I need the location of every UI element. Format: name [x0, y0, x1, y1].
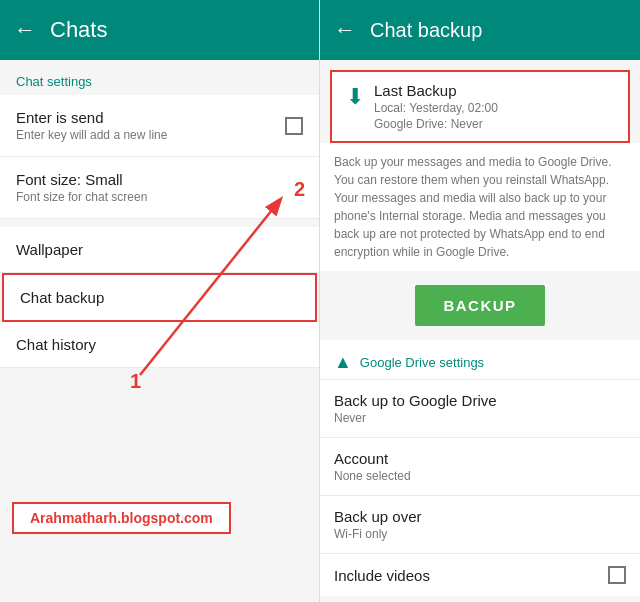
right-back-button[interactable]: ←	[334, 17, 356, 43]
chat-settings-section-label: Chat settings	[0, 60, 319, 95]
enter-is-send-title: Enter is send	[16, 109, 167, 126]
chat-history-item[interactable]: Chat history	[0, 322, 319, 368]
include-videos-title: Include videos	[334, 567, 430, 584]
last-backup-local: Local: Yesterday, 02:00	[374, 101, 498, 115]
backup-cloud-icon: ⬇	[346, 84, 364, 110]
font-size-content: Font size: Small Font size for chat scre…	[16, 171, 147, 204]
account-title: Account	[334, 450, 626, 467]
last-backup-card: ⬇ Last Backup Local: Yesterday, 02:00 Go…	[330, 70, 630, 143]
backup-info: Last Backup Local: Yesterday, 02:00 Goog…	[374, 82, 498, 131]
right-title: Chat backup	[370, 19, 482, 42]
font-size-title: Font size: Small	[16, 171, 147, 188]
chat-backup-item[interactable]: Chat backup	[2, 273, 317, 322]
backup-description: Back up your messages and media to Googl…	[320, 143, 640, 271]
enter-is-send-subtitle: Enter key will add a new line	[16, 128, 167, 142]
gdrive-icon: ▲	[334, 352, 352, 373]
divider-1	[0, 219, 319, 227]
backup-to-gdrive-subtitle: Never	[334, 411, 626, 425]
wallpaper-title: Wallpaper	[16, 241, 83, 258]
font-size-subtitle: Font size for chat screen	[16, 190, 147, 204]
right-panel: ← Chat backup ⬇ Last Backup Local: Yeste…	[320, 0, 640, 602]
last-backup-title: Last Backup	[374, 82, 498, 99]
gdrive-header: ▲ Google Drive settings	[320, 340, 640, 379]
left-header: ← Chats	[0, 0, 319, 60]
enter-is-send-item[interactable]: Enter is send Enter key will add a new l…	[0, 95, 319, 157]
left-back-button[interactable]: ←	[14, 17, 36, 43]
enter-is-send-checkbox[interactable]	[285, 117, 303, 135]
include-videos-item[interactable]: Include videos	[320, 553, 640, 596]
backup-to-gdrive-title: Back up to Google Drive	[334, 392, 626, 409]
wallpaper-item[interactable]: Wallpaper	[0, 227, 319, 273]
blog-badge: Arahmatharh.blogspot.com	[12, 502, 231, 534]
backup-over-title: Back up over	[334, 508, 626, 525]
font-size-item[interactable]: Font size: Small Font size for chat scre…	[0, 157, 319, 219]
include-videos-checkbox[interactable]	[608, 566, 626, 584]
chat-history-content: Chat history	[16, 336, 96, 353]
right-header: ← Chat backup	[320, 0, 640, 60]
backup-over-item[interactable]: Back up over Wi-Fi only	[320, 495, 640, 553]
chat-backup-content: Chat backup	[20, 289, 104, 306]
gdrive-title: Google Drive settings	[360, 355, 484, 370]
backup-over-subtitle: Wi-Fi only	[334, 527, 626, 541]
chat-backup-title: Chat backup	[20, 289, 104, 306]
backup-to-gdrive-item[interactable]: Back up to Google Drive Never	[320, 379, 640, 437]
google-drive-section: ▲ Google Drive settings Back up to Googl…	[320, 340, 640, 596]
chat-history-title: Chat history	[16, 336, 96, 353]
left-title: Chats	[50, 17, 107, 43]
enter-is-send-content: Enter is send Enter key will add a new l…	[16, 109, 167, 142]
backup-button[interactable]: BACKUP	[415, 285, 544, 326]
last-backup-google: Google Drive: Never	[374, 117, 498, 131]
account-subtitle: None selected	[334, 469, 626, 483]
account-item[interactable]: Account None selected	[320, 437, 640, 495]
wallpaper-content: Wallpaper	[16, 241, 83, 258]
